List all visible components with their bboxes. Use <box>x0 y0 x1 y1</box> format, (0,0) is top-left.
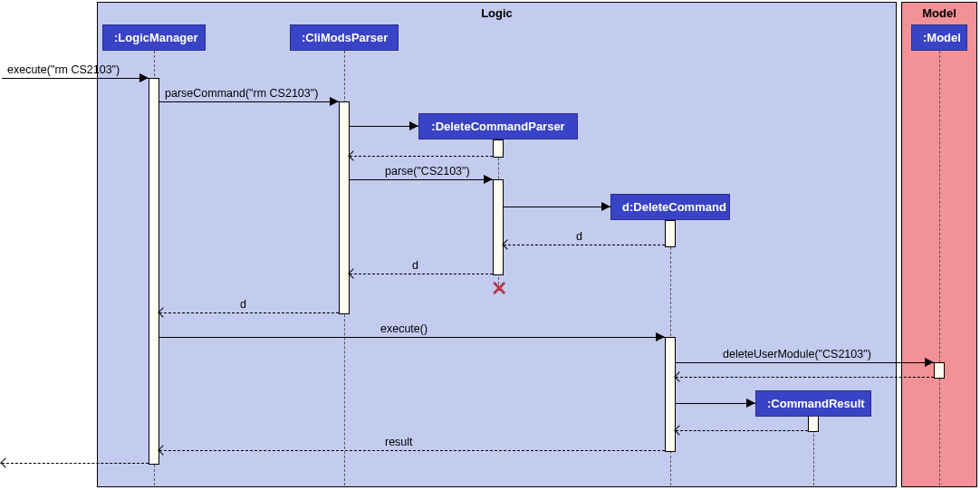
activation-dc-1 <box>665 220 676 247</box>
msg-return-out <box>2 463 149 464</box>
msg-execute <box>159 337 665 338</box>
arrow-execute-in <box>139 73 149 82</box>
msg-create-dc <box>504 207 610 207</box>
msg-return-dcp-create <box>350 156 493 157</box>
participant-delete-command-parser: :DeleteCommandParser <box>418 113 578 139</box>
arrow-execute <box>656 332 665 341</box>
msg-return-d2 <box>350 274 493 274</box>
activation-dcp-2 <box>493 179 504 275</box>
arrow-parse-command <box>330 97 339 106</box>
participant-logic-manager: :LogicManager <box>102 24 206 51</box>
msg-delete-user-module <box>676 362 934 363</box>
msg-return-d3 <box>159 312 339 313</box>
arrow-create-cr <box>746 399 755 408</box>
msg-create-dcp <box>350 126 418 127</box>
msg-parse <box>350 179 493 180</box>
label-delete-user-module: deleteUserModule("CS2103") <box>723 348 871 360</box>
logic-frame-title: Logic <box>481 6 513 20</box>
label-result: result <box>385 436 413 448</box>
label-parse: parse("CS2103") <box>385 165 470 178</box>
msg-return-model <box>676 377 934 378</box>
arrow-create-dc <box>601 202 610 211</box>
msg-parse-command <box>159 101 339 102</box>
activation-cr <box>808 416 819 432</box>
model-frame-title: Model <box>922 6 956 20</box>
participant-climods-parser: :CliModsParser <box>290 24 399 51</box>
participant-delete-command: d:DeleteCommand <box>610 194 730 220</box>
activation-dc-2 <box>665 337 676 452</box>
participant-command-result: :CommandResult <box>755 390 871 417</box>
activation-lm <box>149 78 159 465</box>
arrow-create-dcp <box>409 121 418 130</box>
activation-cmp <box>339 101 350 314</box>
destroy-dcp: ✕ <box>491 277 507 301</box>
label-parse-command: parseCommand("rm CS2103") <box>165 87 318 100</box>
msg-return-cr <box>676 430 808 431</box>
label-return-d1: d <box>576 230 582 243</box>
arrow-return-out <box>0 457 10 467</box>
label-return-d3: d <box>240 298 246 311</box>
msg-return-d1 <box>504 245 665 245</box>
arrow-delete-user-module <box>925 358 934 367</box>
participant-model: :Model <box>911 24 967 51</box>
arrow-parse <box>484 175 493 184</box>
label-return-d2: d <box>412 259 418 272</box>
lifeline-model <box>939 51 940 485</box>
label-execute-in: execute("rm CS2103") <box>7 63 120 76</box>
activation-m <box>934 362 945 379</box>
activation-dcp-1 <box>493 139 504 158</box>
msg-execute-in <box>2 78 149 79</box>
label-execute: execute() <box>380 322 428 335</box>
msg-result <box>159 450 665 451</box>
msg-create-cr <box>676 403 755 404</box>
